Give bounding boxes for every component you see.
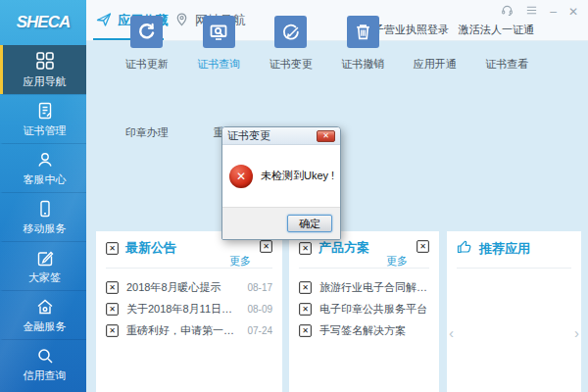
product-text: 旅游行业电子合同解决方案 bbox=[319, 280, 429, 295]
announcement-date: 08-09 bbox=[247, 304, 272, 315]
trash-icon bbox=[347, 16, 379, 48]
sidebar-item-label: 大家签 bbox=[28, 270, 61, 285]
logo-text: SHECA bbox=[17, 13, 71, 32]
announcement-text: 关于2018年8月11日系统升级... bbox=[126, 302, 239, 317]
sidebar-item-everyone-sign[interactable]: 大家签 bbox=[0, 241, 86, 290]
panel-header: ✕ 最新公告 ✕ 更多 bbox=[106, 239, 272, 269]
sidebar-item-customer-service[interactable]: 客服中心 bbox=[0, 143, 86, 192]
announcement-item[interactable]: ✕ 2018年8月暖心提示 08-17 bbox=[106, 276, 272, 298]
certificate-document-icon bbox=[35, 101, 55, 121]
pen-circle-icon bbox=[274, 16, 307, 48]
sidebar-item-mobile-services[interactable]: 移动服务 bbox=[0, 192, 86, 241]
app-label: 证书更新 bbox=[125, 57, 169, 72]
panel-header: 推荐应用 bbox=[457, 239, 571, 269]
carousel-next-arrow[interactable]: › bbox=[574, 324, 579, 341]
sidebar-item-label: 移动服务 bbox=[24, 221, 67, 236]
more-products-link[interactable]: 更多 bbox=[386, 254, 408, 269]
announcement-text: 重磅利好，申请第一张法人一... bbox=[126, 323, 239, 338]
more-announcements-link[interactable]: 更多 bbox=[229, 254, 251, 269]
app-label: 应用开通 bbox=[414, 57, 457, 72]
panel-header: ✕ 产品方案 ✕ 更多 bbox=[299, 239, 429, 269]
sidebar: SHECA 应用导航 证书管理 客服中心 bbox=[0, 0, 86, 392]
broken-image-icon: ✕ bbox=[106, 324, 119, 337]
announcement-item[interactable]: ✕ 关于2018年8月11日系统升级... 08-09 bbox=[106, 298, 272, 319]
thumbs-up-icon bbox=[457, 239, 472, 259]
sidebar-item-label: 客服中心 bbox=[24, 172, 67, 187]
panel-title: 最新公告 bbox=[125, 239, 176, 257]
dialog-title-bar[interactable]: 证书变更 ✕ bbox=[222, 127, 340, 145]
app-certificate-revoke[interactable]: 证书撤销 bbox=[327, 16, 400, 72]
refresh-icon bbox=[130, 16, 163, 48]
sidebar-item-label: 证书管理 bbox=[24, 123, 67, 138]
app-seal-handling[interactable]: 印章办理 bbox=[111, 125, 183, 140]
dialog-message: 未检测到Ukey ! bbox=[261, 169, 334, 183]
magnifier-icon bbox=[35, 346, 55, 366]
broken-image-icon: ✕ bbox=[299, 324, 312, 337]
app-label: 证书变更 bbox=[270, 57, 313, 72]
product-item[interactable]: ✕ 电子印章公共服务平台 bbox=[299, 298, 429, 319]
sidebar-item-label: 应用导航 bbox=[24, 74, 67, 89]
dialog-footer: 确定 bbox=[222, 207, 340, 239]
monitor-search-icon bbox=[203, 16, 235, 48]
recommended-apps-panel: 推荐应用 ‹ › bbox=[447, 231, 581, 392]
announcement-date: 07-24 bbox=[247, 325, 272, 336]
product-text: 手写签名解决方案 bbox=[319, 323, 429, 338]
error-icon: ✕ bbox=[229, 165, 253, 188]
signature-pencil-icon bbox=[35, 248, 55, 268]
dialog-close-icon[interactable]: ✕ bbox=[317, 130, 335, 142]
broken-image-icon: ✕ bbox=[106, 281, 119, 294]
announcement-text: 2018年8月暖心提示 bbox=[126, 280, 239, 295]
app-label: 证书查询 bbox=[197, 57, 240, 72]
dialog-body: ✕ 未检测到Ukey ! bbox=[222, 145, 340, 207]
bank-home-icon bbox=[35, 297, 55, 317]
app-logo: SHECA bbox=[0, 0, 86, 45]
announcement-item[interactable]: ✕ 重磅利好，申请第一张法人一... 07-24 bbox=[106, 319, 272, 341]
smartphone-icon bbox=[35, 199, 55, 219]
sidebar-item-financial-services[interactable]: 金融服务 bbox=[0, 290, 86, 339]
app-certificate-query[interactable]: 证书查询 bbox=[183, 16, 256, 72]
app-certificate-update[interactable]: 证书更新 bbox=[111, 16, 183, 72]
sidebar-item-app-navigation[interactable]: 应用导航 bbox=[0, 45, 86, 94]
broken-image-icon: ✕ bbox=[299, 242, 312, 255]
broken-image-icon: ✕ bbox=[299, 303, 312, 316]
sidebar-item-label: 金融服务 bbox=[24, 319, 67, 334]
app-certificate-view[interactable]: 证书查看 bbox=[471, 16, 544, 72]
sidebar-item-credit-inquiry[interactable]: 信用查询 bbox=[0, 339, 86, 388]
broken-image-icon: ✕ bbox=[299, 281, 312, 294]
sidebar-item-certificate-management[interactable]: 证书管理 bbox=[0, 94, 86, 143]
product-item[interactable]: ✕ 手写签名解决方案 bbox=[299, 319, 429, 341]
product-text: 电子印章公共服务平台 bbox=[319, 302, 429, 317]
grid-icon bbox=[34, 50, 56, 72]
minimize-icon[interactable]: – bbox=[550, 6, 557, 18]
app-label: 印章办理 bbox=[125, 125, 169, 140]
app-label: 证书查看 bbox=[485, 57, 528, 72]
broken-image-icon: ✕ bbox=[260, 240, 272, 253]
app-label: 证书撤销 bbox=[341, 57, 384, 72]
dialog-title: 证书变更 bbox=[227, 128, 270, 143]
missing-icon bbox=[491, 16, 523, 48]
product-item[interactable]: ✕ 旅游行业电子合同解决方案 bbox=[299, 276, 429, 298]
person-icon bbox=[35, 150, 55, 170]
products-panel: ✕ 产品方案 ✕ 更多 ✕ 旅游行业电子合同解决方案 ✕ 电子印章公共服务平台 … bbox=[289, 231, 439, 392]
error-dialog: 证书变更 ✕ ✕ 未检测到Ukey ! 确定 bbox=[221, 126, 341, 240]
close-icon[interactable]: ✕ bbox=[568, 6, 578, 18]
announcements-panel: ✕ 最新公告 ✕ 更多 ✕ 2018年8月暖心提示 08-17 ✕ 关于2018… bbox=[96, 231, 282, 392]
broken-image-icon: ✕ bbox=[106, 242, 119, 255]
carousel-prev-arrow[interactable]: ‹ bbox=[449, 324, 454, 341]
app-application-activation[interactable]: 应用开通 bbox=[399, 16, 471, 72]
ok-button[interactable]: 确定 bbox=[287, 215, 332, 232]
sidebar-item-label: 信用查询 bbox=[24, 368, 67, 383]
broken-image-icon: ✕ bbox=[416, 240, 429, 253]
missing-icon bbox=[418, 16, 451, 48]
app-grid-row-1: 证书更新 证书查询 证书变更 bbox=[86, 16, 543, 72]
app-certificate-change[interactable]: 证书变更 bbox=[255, 16, 327, 72]
announcement-date: 08-17 bbox=[247, 282, 272, 293]
panel-title: 产品方案 bbox=[318, 239, 369, 257]
panel-title: 推荐应用 bbox=[479, 240, 530, 258]
broken-image-icon: ✕ bbox=[106, 303, 119, 316]
